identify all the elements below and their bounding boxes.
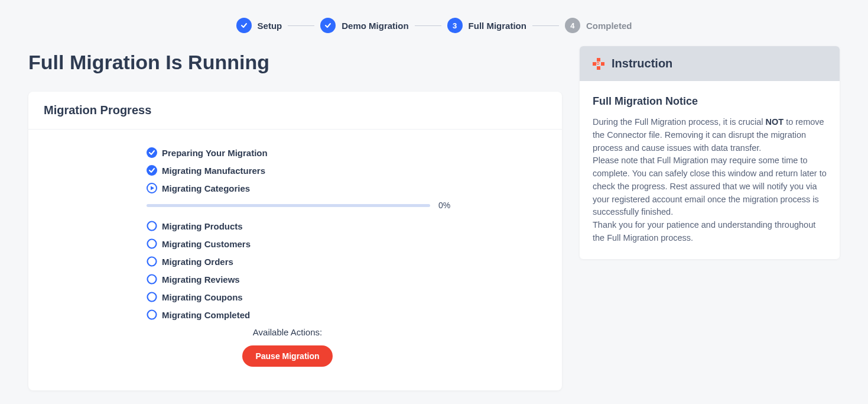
main-column: Full Migration Is Running Migration Prog… — [28, 45, 562, 390]
actions-label: Available Actions: — [147, 327, 428, 337]
task-customers: Migrating Customers — [147, 238, 547, 249]
page-title: Full Migration Is Running — [28, 51, 562, 74]
task-label: Migrating Reviews — [162, 274, 240, 285]
step-label: Setup — [258, 21, 282, 31]
instruction-subheading: Full Migration Notice — [593, 95, 827, 108]
task-label: Migrating Orders — [162, 257, 233, 267]
check-icon — [236, 18, 252, 33]
task-label: Migrating Customers — [162, 239, 251, 249]
svg-point-4 — [148, 222, 157, 231]
migration-progress-card: Migration Progress Preparing Your Migrat… — [28, 92, 562, 390]
svg-point-9 — [148, 311, 157, 319]
task-completed: Migrating Completed — [147, 309, 547, 320]
connector — [532, 25, 559, 26]
check-filled-icon — [147, 147, 157, 158]
progress-track — [147, 204, 430, 207]
instruction-not: NOT — [766, 117, 784, 127]
task-orders: Migrating Orders — [147, 256, 547, 267]
circle-outline-icon — [147, 292, 157, 302]
instruction-header: Instruction — [580, 46, 840, 81]
pause-migration-button[interactable]: Pause Migration — [242, 345, 332, 367]
instruction-p2: Please note that Full Migration may requ… — [593, 156, 827, 216]
task-manufacturers: Migrating Manufacturers — [147, 165, 547, 176]
circle-outline-icon — [147, 221, 157, 231]
step-completed: 4 Completed — [565, 18, 632, 33]
instruction-title: Instruction — [612, 57, 672, 70]
circle-outline-icon — [147, 309, 157, 320]
svg-point-1 — [147, 165, 157, 176]
step-label: Completed — [586, 21, 632, 31]
svg-point-6 — [148, 257, 157, 266]
instruction-body: Full Migration Notice During the Full Mi… — [580, 81, 840, 259]
step-label: Demo Migration — [342, 21, 408, 31]
circle-outline-icon — [147, 274, 157, 285]
play-circle-icon — [147, 183, 157, 193]
task-reviews: Migrating Reviews — [147, 274, 547, 285]
step-number-icon: 4 — [565, 18, 580, 33]
task-label: Migrating Products — [162, 221, 243, 231]
check-icon — [320, 18, 336, 33]
svg-marker-3 — [151, 186, 154, 190]
progress-bar: 0% — [147, 201, 547, 210]
connector — [288, 25, 314, 26]
circle-outline-icon — [147, 238, 157, 249]
task-label: Migrating Completed — [162, 310, 250, 320]
instruction-p1a: During the Full Migration process, it is… — [593, 117, 766, 127]
stepper: Setup Demo Migration 3 Full Migration 4 … — [0, 0, 868, 45]
svg-point-8 — [148, 293, 157, 302]
progress-percent: 0% — [438, 201, 450, 210]
task-label: Preparing Your Migration — [162, 148, 268, 158]
svg-point-0 — [147, 147, 157, 158]
instruction-text: During the Full Migration process, it is… — [593, 116, 827, 245]
task-categories: Migrating Categories — [147, 183, 547, 193]
task-coupons: Migrating Coupons — [147, 292, 547, 302]
task-products: Migrating Products — [147, 221, 547, 231]
check-filled-icon — [147, 165, 157, 176]
sidebar: Instruction Full Migration Notice During… — [580, 45, 840, 259]
svg-point-5 — [148, 240, 157, 248]
task-preparing: Preparing Your Migration — [147, 147, 547, 158]
connector — [415, 25, 441, 26]
card-title: Migration Progress — [28, 92, 562, 130]
task-label: Migrating Categories — [162, 183, 250, 193]
instruction-icon — [593, 58, 604, 70]
instruction-card: Instruction Full Migration Notice During… — [580, 46, 840, 259]
instruction-p3: Thank you for your patience and understa… — [593, 220, 815, 243]
step-full-migration[interactable]: 3 Full Migration — [447, 18, 526, 33]
circle-outline-icon — [147, 256, 157, 267]
step-demo-migration[interactable]: Demo Migration — [320, 18, 408, 33]
svg-point-7 — [148, 275, 157, 284]
task-label: Migrating Coupons — [162, 292, 243, 302]
available-actions: Available Actions: Pause Migration — [147, 327, 547, 367]
progress-body: Preparing Your Migration Migrating Manuf… — [28, 130, 562, 390]
task-label: Migrating Manufacturers — [162, 166, 265, 176]
step-number-icon: 3 — [447, 18, 463, 33]
step-setup[interactable]: Setup — [236, 18, 282, 33]
step-label: Full Migration — [469, 21, 526, 31]
